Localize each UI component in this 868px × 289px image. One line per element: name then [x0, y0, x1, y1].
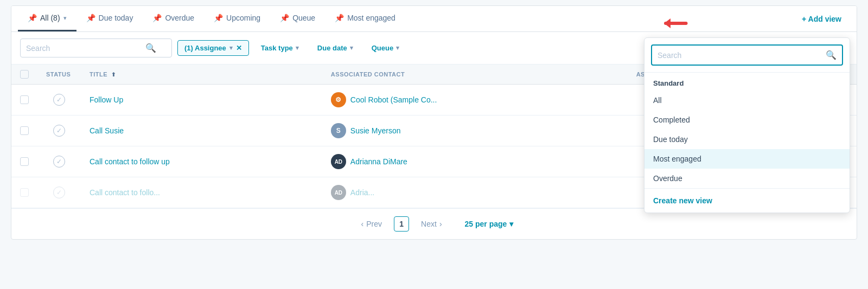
dropdown-item-overdue[interactable]: Overdue [644, 169, 850, 188]
chevron-down-icon: ▾ [229, 44, 233, 52]
dropdown-search-input[interactable] [658, 51, 826, 60]
header-associated-contact: ASSOCIATED CONTACT [322, 65, 628, 85]
row-contact-cell: S Susie Myerson [322, 115, 628, 146]
pin-icon: 📌 [28, 14, 37, 22]
chevron-down-icon: ▾ [63, 15, 67, 22]
row-checkbox-cell [11, 146, 37, 177]
search-icon[interactable]: 🔍 [826, 50, 837, 60]
pin-icon: 📌 [152, 14, 162, 22]
row-title-cell: Call contact to follow up [81, 146, 322, 177]
header-status: STATUS [37, 65, 81, 85]
pin-icon: 📌 [335, 14, 344, 22]
pin-icon: 📌 [86, 14, 95, 22]
chevron-left-icon: ‹ [361, 220, 364, 228]
select-all-checkbox[interactable] [20, 70, 29, 79]
task-type-filter[interactable]: Task type ▾ [254, 41, 305, 55]
sort-icon[interactable]: ⬆ [111, 72, 116, 78]
chevron-right-icon: › [439, 220, 442, 228]
queue-filter[interactable]: Queue ▾ [365, 41, 406, 55]
contact-name-link[interactable]: Adria... [350, 188, 374, 197]
avatar: AD [331, 185, 346, 200]
dropdown-item-completed[interactable]: Completed [644, 110, 850, 130]
row-title-cell: Call contact to follo... [81, 177, 322, 208]
chevron-down-icon: ▾ [296, 44, 299, 52]
dropdown-section-standard: Standard [644, 73, 850, 91]
row-status-cell: ✓ [37, 146, 81, 177]
current-page-number[interactable]: 1 [394, 216, 409, 232]
tab-due-today[interactable]: 📌 Due today [76, 6, 143, 31]
row-contact-cell: AD Adrianna DiMare [322, 146, 628, 177]
row-contact-cell: ⚙ Cool Robot (Sample Co... [322, 85, 628, 115]
due-date-filter[interactable]: Due date ▾ [311, 41, 360, 55]
tab-queue[interactable]: 📌 Queue [270, 6, 325, 31]
contact-name-link[interactable]: Cool Robot (Sample Co... [350, 95, 437, 104]
contact-name-link[interactable]: Adrianna DiMare [350, 157, 407, 166]
avatar: ⚙ [331, 92, 346, 107]
dropdown-item-all[interactable]: All [644, 91, 850, 110]
tab-overdue[interactable]: 📌 Overdue [143, 6, 204, 31]
row-status-cell: ✓ [37, 177, 81, 208]
task-title-link[interactable]: Follow Up [90, 95, 123, 104]
row-checkbox[interactable] [20, 126, 29, 135]
row-contact-cell: AD Adria... [322, 177, 628, 208]
row-checkbox[interactable] [20, 157, 29, 166]
assignee-filter-chip[interactable]: (1) Assignee ▾ ✕ [177, 40, 249, 56]
task-title-link[interactable]: Call contact to follo... [90, 188, 160, 197]
row-status-cell: ✓ [37, 115, 81, 146]
row-status-cell: ✓ [37, 85, 81, 115]
row-checkbox-cell [11, 115, 37, 146]
row-title-cell: Follow Up [81, 85, 322, 115]
row-checkbox-cell [11, 85, 37, 115]
chevron-down-icon: ▾ [509, 220, 513, 228]
contact-badge: AD Adrianna DiMare [331, 154, 619, 169]
contact-badge: S Susie Myerson [331, 123, 619, 138]
row-checkbox[interactable] [20, 95, 29, 104]
main-container: 📌 All (8) ▾ 📌 Due today 📌 Overdue 📌 Upco… [11, 5, 857, 240]
hubspot-logo-icon: ⚙ [335, 96, 341, 104]
dropdown-search-box[interactable]: 🔍 [651, 44, 843, 66]
row-checkbox[interactable] [20, 188, 29, 197]
status-circle[interactable]: ✓ [53, 125, 65, 137]
next-page-button[interactable]: Next › [414, 216, 448, 232]
status-circle[interactable]: ✓ [53, 94, 65, 106]
per-page-selector[interactable]: 25 per page ▾ [465, 220, 514, 228]
close-icon[interactable]: ✕ [236, 44, 242, 52]
chevron-down-icon: ▾ [350, 44, 353, 52]
pin-icon: 📌 [214, 14, 223, 22]
contact-name-link[interactable]: Susie Myerson [350, 126, 401, 135]
header-title[interactable]: TITLE ⬆ [81, 65, 322, 85]
chevron-down-icon: ▾ [396, 44, 399, 52]
svg-marker-1 [664, 18, 671, 28]
row-title-cell: Call Susie [81, 115, 322, 146]
task-title-link[interactable]: Call Susie [90, 126, 124, 135]
dropdown-item-due-today[interactable]: Due today [644, 130, 850, 149]
tab-most-engaged[interactable]: 📌 Most engaged [325, 6, 405, 31]
add-view-dropdown: 🔍 Standard All Completed Due today Most … [644, 37, 850, 213]
status-circle[interactable]: ✓ [53, 156, 65, 168]
pin-icon: 📌 [280, 14, 289, 22]
tab-all[interactable]: 📌 All (8) ▾ [18, 6, 76, 31]
search-icon[interactable]: 🔍 [145, 43, 156, 53]
add-view-button[interactable]: + Add view [793, 9, 850, 29]
dropdown-footer: Create new view [644, 188, 850, 213]
search-box[interactable]: 🔍 [20, 38, 172, 57]
contact-badge: ⚙ Cool Robot (Sample Co... [331, 92, 619, 107]
red-arrow-indicator [656, 16, 688, 31]
row-checkbox-cell [11, 177, 37, 208]
avatar: S [331, 123, 346, 138]
tab-upcoming[interactable]: 📌 Upcoming [204, 6, 270, 31]
status-circle[interactable]: ✓ [53, 187, 65, 198]
avatar: AD [331, 154, 346, 169]
search-input[interactable] [26, 44, 145, 53]
task-title-link[interactable]: Call contact to follow up [90, 157, 170, 166]
tabs-bar: 📌 All (8) ▾ 📌 Due today 📌 Overdue 📌 Upco… [11, 6, 857, 32]
create-new-view-link[interactable]: Create new view [653, 196, 712, 205]
dropdown-item-most-engaged[interactable]: Most engaged [644, 149, 850, 169]
dropdown-search-area: 🔍 [644, 38, 850, 73]
contact-badge: AD Adria... [331, 185, 619, 200]
prev-page-button[interactable]: ‹ Prev [355, 216, 388, 232]
header-checkbox-col [11, 65, 37, 85]
